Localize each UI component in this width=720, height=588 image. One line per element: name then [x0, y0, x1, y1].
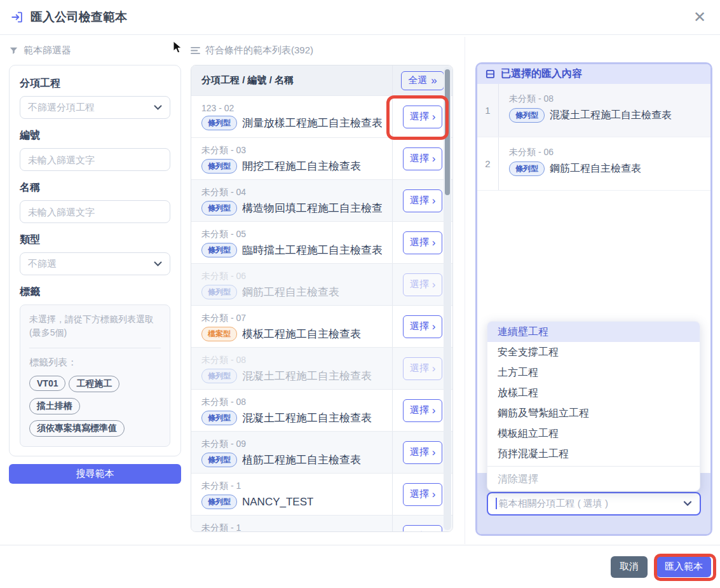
template-name: 開挖工程施工自主檢查表: [242, 159, 361, 174]
template-row: 未分類 - 06條列型鋼筋工程自主檢查表選擇›: [191, 263, 452, 305]
selected-item-code: 未分類 - 06: [509, 147, 700, 158]
tag-pill[interactable]: 擋土排樁: [29, 398, 80, 414]
dropdown-option[interactable]: 安全支撐工程: [487, 342, 700, 362]
subproject-select-input[interactable]: 範本相關分項工程 ( 選填 ): [487, 492, 701, 516]
tag-pill[interactable]: 須依專案填寫標準值: [29, 420, 125, 437]
selected-item-index: 1: [477, 84, 499, 137]
subproject-filter-select[interactable]: 不篩選分項工程: [20, 96, 170, 119]
chevron-down-icon: [154, 105, 162, 111]
select-template-button[interactable]: 選擇›: [403, 315, 442, 338]
cancel-button[interactable]: 取消: [611, 556, 648, 578]
selected-item-name: 鋼筋工程自主檢查表: [550, 162, 641, 175]
dropdown-option[interactable]: 放樣工程: [487, 383, 700, 403]
select-template-button[interactable]: 選擇›: [403, 147, 442, 170]
list-header-row: 分項工程 / 編號 / 名稱 全選 »: [191, 65, 452, 95]
import-button[interactable]: 匯入範本: [656, 556, 711, 577]
template-type-badge: 條列型: [201, 201, 237, 215]
list-icon: [191, 46, 200, 55]
select-template-button[interactable]: 選擇›: [403, 231, 442, 254]
column-divider: [465, 37, 465, 544]
import-icon: [10, 10, 24, 24]
selected-item-code: 未分類 - 08: [509, 93, 700, 105]
chevron-right-icon: ›: [432, 447, 436, 458]
template-code: 未分類 - 09: [201, 439, 382, 450]
dropdown-option[interactable]: 土方工程: [487, 362, 700, 383]
template-row: 未分類 - 09條列型植筋工程施工自主檢查表選擇›: [191, 431, 452, 473]
list-section-title: 符合條件的範本列表(392): [205, 44, 313, 57]
select-template-button[interactable]: 選擇›: [403, 441, 442, 464]
dropdown-option[interactable]: 連續壁工程: [487, 322, 700, 342]
selected-item-info: 未分類 - 06條列型鋼筋工程自主檢查表: [499, 137, 710, 190]
template-name: 測量放樣工程施工自主檢查表: [242, 116, 382, 130]
clear-selection-option[interactable]: 清除選擇: [487, 468, 700, 489]
template-row: 未分類 - 04條列型構造物回填工程施工自主檢查表選擇›: [191, 179, 452, 221]
type-filter-value: 不篩選: [28, 258, 57, 270]
template-code: 未分類 - 04: [201, 187, 382, 198]
template-info: 未分類 - 1條列型NANCY_TEST: [191, 474, 392, 515]
template-row: 未分類 - 03條列型開挖工程施工自主檢查表選擇›: [191, 137, 452, 179]
template-row: 未分類 - 1選擇›: [191, 515, 452, 532]
template-info: 未分類 - 04條列型構造物回填工程施工自主檢查表: [191, 180, 392, 221]
selected-import-item: 1未分類 - 08條列型混凝土工程施工自主檢查表: [477, 84, 710, 137]
dropdown-option[interactable]: 鋼筋及彎紮組立工程: [487, 403, 700, 423]
selected-item-info: 未分類 - 08條列型混凝土工程施工自主檢查表: [499, 84, 710, 137]
select-template-button[interactable]: 選擇›: [403, 483, 442, 506]
template-name: 混凝土工程施工自主檢查表: [242, 411, 372, 425]
type-label: 類型: [20, 233, 170, 247]
selected-panel-title: 已選擇的匯入內容: [501, 67, 582, 81]
template-code: 未分類 - 08: [201, 397, 382, 408]
chevron-right-icon: ›: [432, 279, 436, 290]
chevron-right-icon: ›: [432, 321, 436, 332]
name-filter-input[interactable]: [20, 200, 170, 223]
select-template-button[interactable]: 選擇›: [403, 273, 442, 296]
chevron-down-icon: [154, 261, 162, 267]
tag-pill[interactable]: VT01: [29, 376, 65, 391]
type-filter-select[interactable]: 不篩選: [20, 252, 170, 275]
text-caret: [496, 498, 497, 509]
code-filter-input[interactable]: [20, 148, 170, 171]
list-header-label: 分項工程 / 編號 / 名稱: [191, 65, 392, 95]
selected-items-list: 1未分類 - 08條列型混凝土工程施工自主檢查表2未分類 - 06條列型鋼筋工程…: [477, 84, 710, 191]
template-info: 未分類 - 05條列型臨時擋土工程施工自主檢查表: [191, 222, 392, 263]
close-icon[interactable]: ✕: [689, 8, 710, 26]
select-template-button[interactable]: 選擇›: [403, 106, 442, 128]
tags-label: 標籤: [20, 285, 170, 299]
template-type-badge: 條列型: [201, 116, 237, 130]
template-list: 分項工程 / 編號 / 名稱 全選 » 123 - 02條列型測量放樣工程施工自…: [191, 65, 453, 532]
template-name: 植筋工程施工自主檢查表: [242, 453, 361, 467]
chevron-right-icon: ›: [432, 195, 436, 206]
selected-item-name: 混凝土工程施工自主檢查表: [550, 109, 672, 122]
template-info: 未分類 - 08條列型混凝土工程施工自主檢查表: [191, 390, 392, 431]
chevron-right-icon: ›: [432, 237, 436, 248]
document-list-icon: [486, 69, 495, 79]
template-type-badge: 條列型: [201, 285, 237, 299]
filter-section-title: 範本篩選器: [24, 44, 71, 57]
select-template-button[interactable]: 選擇›: [403, 399, 442, 422]
dropdown-option[interactable]: 模板組立工程: [487, 423, 700, 444]
select-template-button[interactable]: 選擇›: [403, 189, 442, 212]
tag-pill[interactable]: 工程施工: [69, 376, 119, 392]
dropdown-divider: [487, 466, 700, 467]
double-chevron-right-icon: »: [431, 75, 437, 86]
list-scrollbar-thumb[interactable]: [445, 69, 450, 195]
template-row: 未分類 - 08條列型混凝土工程施工自主檢查表選擇›: [191, 347, 452, 389]
tags-list: VT01工程施工擋土排樁須依專案填寫標準值: [29, 376, 161, 442]
template-info: 未分類 - 07檔案型模板工程施工自主檢查表: [191, 306, 392, 347]
select-button-label: 選擇: [410, 195, 429, 207]
select-button-label: 選擇: [410, 111, 429, 123]
import-template-dialog: 匯入公司檢查範本 ✕ 範本篩選器 分項工程 不篩選分項工程 編號 名稱 類型: [0, 0, 720, 588]
select-template-button[interactable]: 選擇›: [403, 525, 442, 533]
select-all-button[interactable]: 全選 »: [401, 71, 444, 90]
template-row: 未分類 - 05條列型臨時擋土工程施工自主檢查表選擇›: [191, 221, 452, 263]
search-templates-button[interactable]: 搜尋範本: [9, 464, 181, 484]
list-scrollbar-track[interactable]: [444, 67, 451, 530]
template-info: 未分類 - 08條列型混凝土工程施工自主檢查表: [191, 348, 392, 389]
dropdown-option[interactable]: 預拌混凝土工程: [487, 444, 700, 464]
chevron-right-icon: ›: [432, 363, 436, 374]
select-template-button[interactable]: 選擇›: [403, 357, 442, 380]
tags-divider: [29, 348, 161, 348]
select-button-label: 選擇: [410, 530, 429, 532]
template-code: 123 - 02: [201, 103, 382, 113]
template-name: 臨時擋土工程施工自主檢查表: [242, 243, 382, 257]
template-code: 未分類 - 06: [201, 271, 382, 282]
